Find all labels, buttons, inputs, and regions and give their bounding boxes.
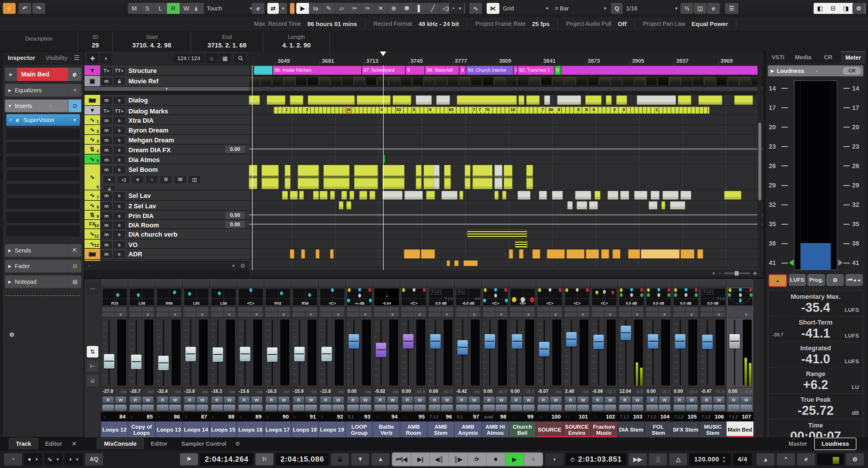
channel-name[interactable]: DIA Stem [618,422,645,438]
audio-event[interactable] [586,249,599,258]
monitor-button[interactable] [646,405,658,411]
record-enable-button[interactable] [713,405,725,411]
marker-strip-button[interactable]: ░ [649,453,667,465]
audio-event[interactable] [575,191,591,199]
mixer-channel-93[interactable]: -∞ dBe0.00-ooRW5.193LOOP Group [346,279,373,438]
channel-volume-value[interactable]: -28.7 [130,389,140,394]
audio-event[interactable] [494,165,502,189]
channel-pan[interactable]: <C> [563,287,590,306]
pan-display[interactable]: R33 [102,288,127,306]
pan-display[interactable]: <C> [592,288,617,306]
track-name[interactable]: Byron Dream [128,127,168,134]
channel-volume-value[interactable]: -32.4 [157,389,167,394]
channel-rack[interactable] [346,279,373,287]
channel-fader-area[interactable] [346,318,373,387]
mixer-channel-90[interactable]: R42e-16.3-ooRW○90Loops 17 [264,279,291,438]
event-lane-dia-room[interactable] [249,220,763,229]
track-button-tplus[interactable]: T+ [100,66,113,75]
fader-handle[interactable] [702,335,713,349]
track-button-s[interactable]: s [113,96,126,105]
meter-settings-gear[interactable]: ⚙ [827,274,844,286]
mixer-channel-97[interactable]: 5.14.0-6.0 dBe-6.42-ooRW5.197AMB Anymix [455,279,482,438]
track-button-m[interactable]: m [100,96,113,105]
home-icon[interactable]: ⌂ [206,54,218,63]
channel-rack[interactable] [128,279,155,287]
marker-segment[interactable]: 9 [406,66,425,74]
monitor-button[interactable] [728,405,740,411]
track-button-s[interactable]: s [113,126,126,135]
channel-volume-value[interactable]: -6.42 [456,389,467,394]
pan-display[interactable]: R42 [265,288,290,306]
audio-event[interactable] [290,249,294,258]
track-name[interactable]: Dialog [128,97,148,104]
channel-rack[interactable] [264,279,291,287]
track-state-l[interactable]: L [154,3,167,14]
write-button[interactable]: W [360,396,371,403]
end-value[interactable]: 3715. 2. 1. 68 [208,42,247,49]
audio-event[interactable] [441,191,458,199]
record-enable-button[interactable] [278,405,290,411]
automation-icon[interactable]: ⍋ [190,3,203,14]
audio-activity-dropdown[interactable]: ∿▼ [44,453,62,465]
id-value[interactable]: 29 [92,42,99,49]
fader-handle[interactable] [185,347,196,361]
channel-name[interactable]: AMB Hi Atmos [482,422,509,438]
monitor-button[interactable] [537,405,549,411]
pan-display[interactable]: 0.0 dB [619,288,644,306]
left-locator-flag[interactable]: ⚑ [180,453,198,465]
snap-type-dropdown[interactable]: Grid▼ [500,3,552,14]
record-enable-button[interactable] [414,405,426,411]
time-signature-display[interactable]: 4/4 [733,453,752,465]
channel-name[interactable]: Loops 18 [291,422,318,438]
performance-meter-icon[interactable]: ◔ [4,453,22,465]
shrink-tracks-button[interactable]: − [88,263,91,269]
audio-event[interactable] [298,165,319,189]
audio-event[interactable] [515,240,527,248]
track-button-s[interactable]: s [113,116,126,125]
channel-pan[interactable]: L83 [183,287,210,306]
pan-display[interactable]: <0> [510,288,535,306]
channel-pan[interactable]: <C> [400,287,427,306]
audio-event[interactable] [620,191,629,199]
pan-display[interactable]: 7.1.27.1.20.0 dB [429,288,454,306]
track-volume-value[interactable]: 0.00 [225,212,245,219]
record-enable-button[interactable] [115,405,126,411]
channel-fader-area[interactable] [563,318,590,387]
audio-event[interactable] [421,249,435,258]
channel-volume-value[interactable]: -15.6 [239,389,249,394]
audio-event[interactable] [467,230,527,238]
track-row-2-sel-lav[interactable]: ∿8ms2 Sel Lav [85,201,249,211]
track-button-m[interactable]: m [100,191,113,200]
mixer-channel-106[interactable]: 7.1.27.1.20.0 dBe-0.47-21.3RW7.1.2106MUS… [699,279,726,438]
write-button[interactable]: W [224,396,235,403]
channel-pan[interactable]: <C> [237,287,264,306]
insert-slot-empty[interactable] [6,169,80,182]
audio-event[interactable] [509,249,513,258]
tab-inspector[interactable]: Inspector [3,52,40,64]
write-button[interactable]: W [115,396,126,403]
track-sub-button[interactable]: ○ [146,175,158,184]
track-filter-icon[interactable]: ▦ [219,54,231,63]
transport-edit-button[interactable]: e [797,453,815,465]
audio-event[interactable] [339,201,343,210]
quantize-edit-button[interactable]: e [707,3,720,14]
track-button-m[interactable]: m [100,126,113,135]
channel-volume-value[interactable]: 0.00 [674,389,683,394]
track-sub-button[interactable]: ◫ [188,175,201,184]
track-button-m[interactable]: m [100,116,113,125]
event-lane-dream-dia-fx[interactable] [249,145,763,154]
track-name[interactable]: Prin DIA [128,212,154,220]
mixer-view-inserts[interactable]: ⊢ [87,361,98,372]
audio-event[interactable] [424,165,435,189]
track-list-gear[interactable]: ⚙ [240,262,245,269]
audio-event[interactable] [416,165,422,189]
fader-handle[interactable] [485,334,495,348]
pan-display[interactable]: <C> [401,288,427,306]
audio-event[interactable] [261,165,279,189]
audio-event[interactable] [526,95,539,105]
tab-master[interactable]: Master [781,438,814,449]
record-enable-button[interactable] [441,405,453,411]
read-button[interactable]: R [565,396,576,403]
goto-next-marker-button[interactable]: ▶| [411,453,429,465]
channel-fader-area[interactable] [237,318,264,387]
